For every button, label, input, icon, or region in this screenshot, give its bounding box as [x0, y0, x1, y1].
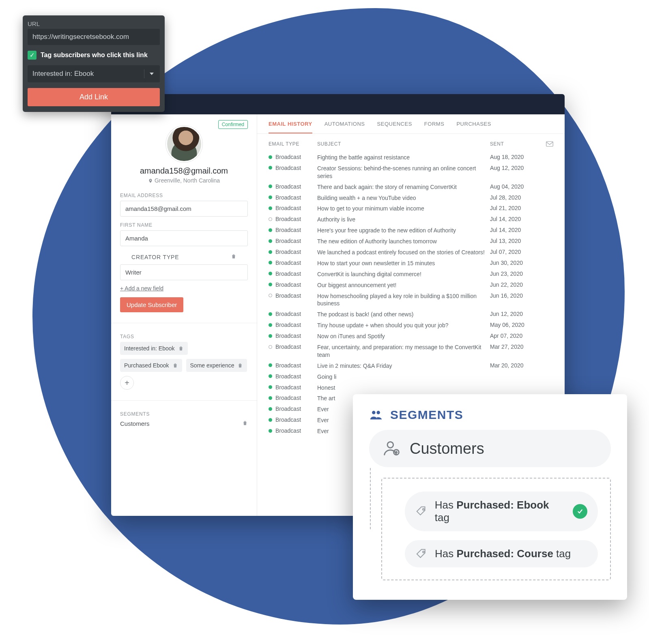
status-dot-icon: [269, 166, 272, 170]
email-sent-cell: Jun 30, 2020: [490, 260, 539, 266]
email-sent-cell: Mar 20, 2020: [490, 362, 539, 369]
email-subject-cell: The new edition of Authority launches to…: [317, 238, 490, 245]
tag-chip[interactable]: Some experience: [186, 359, 247, 372]
email-row[interactable]: Broadcast ConvertKit is launching digita…: [257, 269, 565, 280]
email-row[interactable]: Broadcast Creator Sessions: behind-the-s…: [257, 163, 565, 182]
email-sent-cell: Jul 21, 2020: [490, 205, 539, 211]
creatortype-input[interactable]: [120, 264, 248, 280]
email-row[interactable]: Broadcast The podcast is back! (and othe…: [257, 309, 565, 320]
email-subject-cell: Going li: [317, 373, 490, 381]
email-row[interactable]: Broadcast How to get to your minimum via…: [257, 203, 565, 214]
email-type-cell: Broadcast: [269, 373, 317, 380]
delete-field-button[interactable]: [231, 253, 236, 260]
status-dot-icon: [269, 396, 272, 400]
delete-segment-button[interactable]: [242, 420, 248, 427]
tag-subscribers-row[interactable]: ✓ Tag subscribers who click this link: [28, 51, 160, 60]
tab-email-history[interactable]: EMAIL HISTORY: [269, 121, 312, 133]
email-row[interactable]: Broadcast The new edition of Authority l…: [257, 236, 565, 247]
segment-rule[interactable]: Has Purchased: Ebook tag: [405, 492, 598, 531]
rule-ok-badge: [573, 504, 587, 519]
checkbox-checked-icon[interactable]: ✓: [28, 51, 37, 60]
trash-icon: [237, 363, 243, 368]
email-sent-cell: Jul 13, 2020: [490, 238, 539, 244]
email-row[interactable]: Broadcast Fighting the battle against re…: [257, 152, 565, 163]
email-subject-cell: Building wealth + a new YouTube video: [317, 194, 490, 202]
email-row[interactable]: Broadcast Authority is live Jul 14, 2020: [257, 214, 565, 225]
email-subject-cell: Now on iTunes and Spotify: [317, 333, 490, 340]
email-row[interactable]: Broadcast Going li: [257, 371, 565, 382]
email-type-cell: Broadcast: [269, 427, 317, 434]
email-row[interactable]: Broadcast There and back again: the stor…: [257, 182, 565, 193]
email-type-cell: Broadcast: [269, 260, 317, 266]
email-row[interactable]: Broadcast Fear, uncertainty, and prepara…: [257, 342, 565, 361]
segment-rule[interactable]: Has Purchased: Course tag: [405, 540, 598, 567]
email-type-cell: Broadcast: [269, 216, 317, 222]
email-row[interactable]: Broadcast Our biggest announcement yet! …: [257, 280, 565, 291]
email-sent-cell: Jun 12, 2020: [490, 311, 539, 317]
email-subject-cell: The podcast is back! (and other news): [317, 311, 490, 318]
email-subject-cell: Tiny house update + when should you quit…: [317, 322, 490, 329]
segment-pill-customers[interactable]: Customers: [369, 430, 611, 467]
status-dot-icon: [269, 418, 272, 422]
email-table-header: EMAIL TYPE SUBJECT SENT: [257, 134, 565, 152]
status-dot-icon: [269, 206, 272, 210]
email-sent-cell: Aug 12, 2020: [490, 165, 539, 171]
email-row[interactable]: Broadcast Live in 2 minutes: Q&A Friday …: [257, 361, 565, 371]
url-input[interactable]: [28, 29, 160, 45]
status-dot-icon: [269, 185, 272, 188]
tab-automations[interactable]: AUTOMATIONS: [324, 121, 365, 133]
status-badge: Confirmed: [218, 120, 248, 129]
segments-title: SEGMENTS: [369, 408, 611, 422]
email-type-cell: Broadcast: [269, 395, 317, 401]
segments-label: SEGMENTS: [120, 411, 248, 417]
email-type-cell: Broadcast: [269, 194, 317, 201]
status-dot-icon: [269, 407, 272, 411]
tag-chip[interactable]: Purchased Ebook: [120, 359, 182, 372]
update-subscriber-button[interactable]: Update Subscriber: [120, 297, 183, 312]
email-row[interactable]: Broadcast How homeschooling played a key…: [257, 291, 565, 309]
email-sent-cell: May 06, 2020: [490, 322, 539, 328]
email-type-cell: Broadcast: [269, 384, 317, 391]
email-subject-cell: How to get to your minimum viable income: [317, 205, 490, 213]
status-dot-icon: [269, 239, 272, 243]
email-type-cell: Broadcast: [269, 270, 317, 277]
svg-rect-0: [546, 142, 553, 146]
tab-forms[interactable]: FORMS: [424, 121, 445, 133]
col-sent: SENT: [490, 141, 539, 147]
email-row[interactable]: Broadcast We launched a podcast entirely…: [257, 247, 565, 258]
trash-icon: [231, 253, 236, 259]
segment-rules-box: Has Purchased: Ebook tag Has Purchased: …: [381, 478, 611, 580]
status-dot-icon: [269, 294, 272, 297]
tag-chip-label: Interested in: Ebook: [124, 345, 175, 352]
email-type-cell: Broadcast: [269, 406, 317, 412]
tag-select[interactable]: Interested in: Ebook: [28, 65, 160, 82]
tab-sequences[interactable]: SEQUENCES: [377, 121, 412, 133]
add-link-button[interactable]: Add Link: [28, 88, 160, 106]
email-input[interactable]: [120, 201, 248, 217]
detail-tabs: EMAIL HISTORYAUTOMATIONSSEQUENCESFORMSPU…: [257, 114, 565, 134]
email-row[interactable]: Broadcast Honest: [257, 382, 565, 393]
status-dot-icon: [269, 385, 272, 389]
email-row[interactable]: Broadcast Here's your free upgrade to th…: [257, 225, 565, 236]
tab-purchases[interactable]: PURCHASES: [456, 121, 491, 133]
mail-icon: [546, 141, 553, 148]
email-row[interactable]: Broadcast How to start your own newslett…: [257, 258, 565, 269]
select-divider: [144, 69, 144, 78]
status-dot-icon: [269, 323, 272, 327]
email-subject-cell: Here's your free upgrade to the new edit…: [317, 227, 490, 234]
add-field-link[interactable]: + Add a new field: [120, 285, 248, 292]
email-row[interactable]: Broadcast Tiny house update + when shoul…: [257, 320, 565, 331]
link-popup: URL ✓ Tag subscribers who click this lin…: [23, 15, 165, 112]
email-subject-cell: Live in 2 minutes: Q&A Friday: [317, 362, 490, 370]
add-tag-button[interactable]: +: [120, 376, 134, 390]
email-row[interactable]: Broadcast Now on iTunes and Spotify Apr …: [257, 331, 565, 342]
email-subject-cell: Honest: [317, 384, 490, 392]
app-titlebar: [111, 94, 565, 114]
trash-icon: [178, 346, 184, 351]
email-row[interactable]: Broadcast Building wealth + a new YouTub…: [257, 193, 565, 204]
email-subject-cell: We launched a podcast entirely focused o…: [317, 249, 490, 256]
email-sent-cell: Jun 23, 2020: [490, 270, 539, 277]
tag-subscribers-label: Tag subscribers who click this link: [41, 52, 148, 59]
firstname-input[interactable]: [120, 230, 248, 246]
tag-chip[interactable]: Interested in: Ebook: [120, 342, 188, 355]
